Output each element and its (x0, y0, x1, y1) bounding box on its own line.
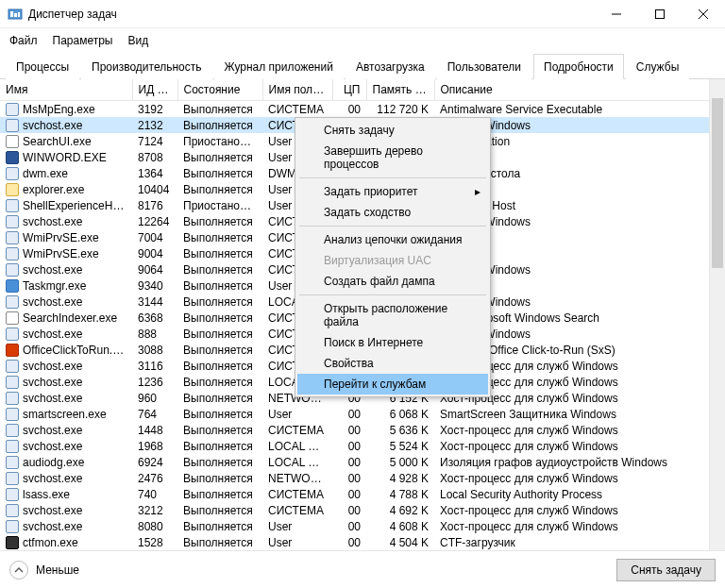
process-icon (6, 295, 19, 309)
process-icon (6, 263, 19, 277)
ctx-set-priority[interactable]: Задать приоритет ▸ (297, 181, 488, 202)
cell-name: Taskmgr.exe (23, 279, 86, 293)
cell-cpu: 00 (332, 486, 366, 502)
context-menu: Снять задачу Завершить дерево процессов … (295, 117, 491, 397)
cell-name: ShellExperienceHost.... (23, 199, 132, 212)
ctx-go-to-services[interactable]: Перейти к службам (297, 374, 488, 395)
cell-name: svchost.exe (23, 376, 82, 389)
cell-pid: 960 (132, 390, 177, 406)
ctx-open-file-location[interactable]: Открыть расположение файла (297, 298, 488, 332)
cell-name: svchost.exe (23, 263, 82, 277)
process-icon (6, 456, 19, 469)
process-icon (6, 183, 19, 196)
table-row[interactable]: ctfmon.exe1528ВыполняетсяUser004 504 KCT… (0, 534, 725, 550)
cell-status: Выполняется (177, 374, 262, 390)
chevron-up-icon (14, 565, 24, 575)
process-icon (6, 135, 19, 148)
tab-app-history[interactable]: Журнал приложений (214, 54, 344, 79)
table-row[interactable]: MsMpEng.exe3192ВыполняетсяСИСТЕМА00112 7… (0, 101, 725, 118)
table-row[interactable]: audiodg.exe6924ВыполняетсяLOCAL SE...005… (0, 454, 725, 470)
app-icon (8, 7, 23, 22)
tab-details[interactable]: Подробности (533, 54, 624, 79)
cell-cpu: 00 (332, 502, 366, 518)
tab-performance[interactable]: Производительность (81, 54, 211, 79)
ctx-end-task[interactable]: Снять задачу (297, 120, 488, 141)
footer: Меньше Снять задачу (0, 550, 725, 588)
cell-cpu: 00 (332, 422, 366, 438)
cell-description: Изоляция графов аудиоустройств Windows (434, 454, 725, 470)
cell-user: User (262, 534, 332, 550)
ctx-set-affinity[interactable]: Задать сходство (297, 202, 488, 223)
cell-name: svchost.exe (23, 392, 82, 405)
cell-name: svchost.exe (23, 295, 82, 309)
tab-services[interactable]: Службы (626, 54, 689, 79)
menu-view[interactable]: Вид (126, 32, 150, 49)
table-row[interactable]: svchost.exe8080ВыполняетсяUser004 608 KХ… (0, 518, 725, 534)
maximize-button[interactable] (638, 0, 682, 28)
ctx-properties[interactable]: Свойства (297, 353, 488, 374)
cell-name: audiodg.exe (23, 456, 84, 469)
cell-description: Хост-процесс для служб Windows (434, 470, 725, 486)
cell-pid: 1364 (132, 165, 177, 181)
menu-file[interactable]: Файл (8, 32, 40, 49)
cell-user: СИСТЕМА (262, 101, 332, 118)
cell-user: User (262, 518, 332, 534)
col-memory[interactable]: Память (ч... (366, 79, 434, 101)
cell-pid: 10404 (132, 181, 177, 197)
cell-cpu: 00 (332, 406, 366, 422)
minimize-button[interactable] (595, 0, 638, 28)
col-username[interactable]: Имя польз... (262, 79, 332, 101)
col-pid[interactable]: ИД п... (132, 79, 177, 101)
tab-startup[interactable]: Автозагрузка (346, 54, 435, 79)
col-cpu[interactable]: ЦП (332, 79, 366, 101)
process-icon (6, 424, 19, 437)
cell-name: svchost.exe (23, 520, 82, 533)
cell-pid: 888 (132, 326, 177, 342)
cell-name: svchost.exe (23, 328, 82, 341)
ctx-end-tree[interactable]: Завершить дерево процессов (297, 141, 488, 175)
process-icon (6, 231, 19, 244)
cell-description: Хост-процесс для служб Windows (434, 422, 725, 438)
table-row[interactable]: svchost.exe1968ВыполняетсяLOCAL SE...005… (0, 438, 725, 454)
fewer-details-button[interactable] (9, 561, 28, 580)
cell-status: Выполняется (177, 181, 262, 197)
cell-pid: 2132 (132, 117, 177, 133)
col-status[interactable]: Состояние (177, 79, 262, 101)
ctx-analyze-wait-chain[interactable]: Анализ цепочки ожидания (297, 229, 488, 250)
table-row[interactable]: svchost.exe1448ВыполняетсяСИСТЕМА005 636… (0, 422, 725, 438)
tab-processes[interactable]: Процессы (6, 54, 79, 79)
table-row[interactable]: svchost.exe2476ВыполняетсяNETWORK...004 … (0, 470, 725, 486)
end-task-button[interactable]: Снять задачу (616, 559, 716, 581)
vertical-scrollbar[interactable] (709, 79, 725, 550)
menu-options[interactable]: Параметры (51, 32, 115, 49)
cell-status: Выполняется (177, 277, 262, 294)
cell-name: smartscreen.exe (23, 408, 107, 421)
process-icon (6, 376, 19, 389)
table-row[interactable]: smartscreen.exe764ВыполняетсяUser006 068… (0, 406, 725, 422)
ctx-search-online[interactable]: Поиск в Интернете (297, 332, 488, 353)
cell-cpu: 00 (332, 438, 366, 454)
cell-description: Хост-процесс для служб Windows (434, 438, 725, 454)
process-icon (6, 360, 19, 373)
col-name[interactable]: Имя (0, 79, 132, 101)
cell-pid: 1236 (132, 374, 177, 390)
scrollbar-thumb[interactable] (712, 98, 723, 268)
table-row[interactable]: svchost.exe3212ВыполняетсяСИСТЕМА004 692… (0, 502, 725, 518)
cell-status: Выполняется (177, 518, 262, 534)
col-description[interactable]: Описание (434, 79, 725, 101)
cell-status: Выполняется (177, 229, 262, 245)
cell-pid: 1528 (132, 534, 177, 550)
close-button[interactable] (682, 0, 725, 28)
ctx-create-dump[interactable]: Создать файл дампа (297, 271, 488, 292)
table-row[interactable]: lsass.exe740ВыполняетсяСИСТЕМА004 788 KL… (0, 486, 725, 502)
cell-status: Выполняется (177, 406, 262, 422)
cell-status: Выполняется (177, 165, 262, 181)
process-icon (6, 504, 19, 517)
tab-users[interactable]: Пользователи (437, 54, 531, 79)
cell-pid: 8176 (132, 197, 177, 213)
cell-user: СИСТЕМА (262, 422, 332, 438)
process-icon (6, 103, 19, 116)
cell-memory: 5 636 K (366, 422, 434, 438)
cell-status: Выполняется (177, 149, 262, 165)
fewer-details-label[interactable]: Меньше (36, 563, 79, 577)
